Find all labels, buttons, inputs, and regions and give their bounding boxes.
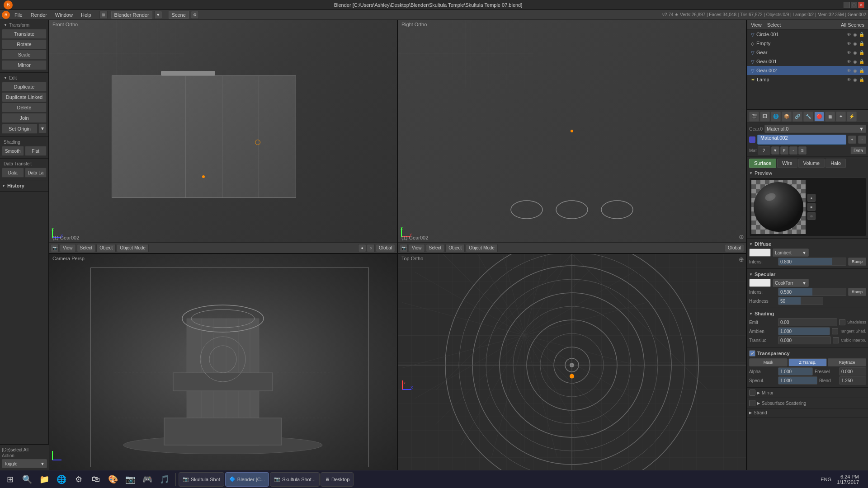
lamp-eye[interactable]: 👁 [847, 77, 851, 82]
app8-btn[interactable]: 🎵 [156, 471, 173, 488]
smooth-button[interactable]: Smooth [2, 146, 24, 156]
join-button[interactable]: Join [2, 113, 47, 123]
viewport-front[interactable]: Front Ortho [49, 20, 398, 253]
raytrace-btn[interactable]: Raytrace [828, 358, 866, 366]
halo-tab[interactable]: Halo [826, 159, 846, 168]
gear002-render[interactable]: ◉ [853, 68, 857, 73]
circle001-eye[interactable]: 👁 [847, 32, 851, 37]
mat-gear-dropdown[interactable]: Material.0 ▼ [764, 125, 866, 133]
menu-render[interactable]: Render [27, 11, 51, 19]
outliner-gear002[interactable]: ▽ Gear.002 👁 ◉ 🔒 [747, 66, 868, 75]
mat-browse-btn[interactable]: ▼ [771, 146, 779, 155]
front-solid-icon[interactable]: ● [358, 244, 366, 252]
right-view-btn[interactable]: View [409, 244, 425, 252]
search-button[interactable]: 🔍 [19, 471, 35, 488]
ambient-field[interactable]: 1.000 [778, 327, 830, 335]
diffuse-method-dropdown[interactable]: Lambert ▼ [773, 249, 809, 257]
maximize-button[interactable]: □ [851, 2, 857, 8]
gear-render[interactable]: ◉ [853, 50, 857, 55]
front-view-btn[interactable]: View [60, 244, 76, 252]
gear001-render[interactable]: ◉ [853, 59, 857, 64]
outliner-gear001[interactable]: ▽ Gear.001 👁 ◉ 🔒 [747, 57, 868, 66]
front-global-btn[interactable]: Global [376, 244, 395, 252]
viewport-top[interactable]: Top Ortho [398, 254, 747, 487]
transluc-field[interactable]: 0.000 [778, 336, 831, 344]
front-select-btn[interactable]: Select [77, 244, 96, 252]
settings-btn[interactable]: ⚙ [71, 471, 87, 488]
chrome-btn[interactable]: 🌐 [53, 471, 70, 488]
duplicate-linked-button[interactable]: Duplicate Linked [2, 92, 47, 102]
diffuse-ramp-btn[interactable]: Ramp [848, 258, 866, 266]
top-resize-icon[interactable]: ⊕ [739, 256, 744, 263]
front-cam-icon[interactable]: 📷 [51, 244, 59, 252]
texture-props-btn[interactable]: ▦ [825, 112, 835, 122]
empty-eye[interactable]: 👁 [847, 41, 851, 46]
mat-s-btn[interactable]: S [798, 146, 807, 155]
diffuse-color-swatch[interactable] [749, 249, 771, 257]
subsurface-checkbox[interactable] [749, 400, 755, 406]
mirror-button[interactable]: Mirror [2, 60, 47, 70]
transparency-enabled[interactable]: ✓ [749, 350, 755, 357]
world-props-btn[interactable]: 🌐 [771, 112, 781, 122]
diffuse-intensity-field[interactable]: 0.800 [778, 258, 846, 266]
physics-btn[interactable]: ⚡ [847, 112, 857, 122]
circle001-render[interactable]: ◉ [853, 32, 857, 37]
cubic-checkbox[interactable] [833, 337, 839, 343]
blender-btn[interactable]: 🔷 Blender [C... [225, 472, 269, 487]
blend-field[interactable]: 1.250 [839, 376, 866, 385]
scale-button[interactable]: Scale [2, 50, 47, 60]
specular-intensity-field[interactable]: 0.500 [778, 288, 846, 296]
mat-minus-btn[interactable]: - [789, 146, 797, 155]
specular-method-dropdown[interactable]: CookTorr ▼ [773, 279, 809, 287]
skultula-shot2-btn[interactable]: 📷 Skultula Shot... [270, 472, 320, 487]
gear-eye[interactable]: 👁 [847, 50, 851, 55]
material-props-btn[interactable]: 🔴 [814, 112, 824, 122]
start-button[interactable]: ⊞ [2, 471, 18, 488]
gear001-eye[interactable]: 👁 [847, 59, 851, 64]
data-button[interactable]: Data [2, 168, 24, 178]
outliner-circle001[interactable]: ▽ Circle.001 👁 ◉ 🔒 [747, 30, 868, 39]
outliner-view[interactable]: View [751, 22, 762, 28]
surface-tab[interactable]: Surface [749, 159, 776, 168]
specular-color-swatch[interactable] [749, 279, 771, 287]
wire-tab[interactable]: Wire [777, 159, 797, 168]
mat-f-btn[interactable]: F [780, 146, 788, 155]
emit-field[interactable]: 0.00 [778, 318, 837, 326]
app6-btn[interactable]: 📷 [122, 471, 138, 488]
menu-window[interactable]: Window [52, 11, 76, 19]
lamp-render[interactable]: ◉ [853, 77, 857, 82]
mirror-checkbox[interactable] [749, 389, 755, 396]
sphere-preview-btn[interactable]: ● [807, 194, 816, 202]
gear002-lock[interactable]: 🔒 [859, 68, 864, 73]
scene-config-icon[interactable]: ⚙ [191, 11, 199, 19]
right-cam-icon[interactable]: 📷 [400, 244, 408, 252]
gear001-lock[interactable]: 🔒 [859, 59, 864, 64]
z-transp-btn[interactable]: Z Transp. [788, 358, 827, 366]
mat-remove-btn[interactable]: - [858, 136, 866, 144]
gear-lock[interactable]: 🔒 [859, 50, 864, 55]
action-dropdown[interactable]: Toggle ▼ [2, 459, 47, 468]
specular-header[interactable]: ▼ Specular [749, 271, 866, 278]
specular-ramp-btn[interactable]: Ramp [848, 288, 866, 296]
shadeless-checkbox[interactable] [839, 319, 845, 325]
file-explorer-btn[interactable]: 📁 [36, 471, 52, 488]
skultula-shot-btn[interactable]: 📷 Skultula Shot [179, 472, 224, 487]
particles-btn[interactable]: ✦ [836, 112, 846, 122]
hardness-field[interactable]: 50 [778, 297, 823, 305]
mask-btn[interactable]: Mask [749, 358, 788, 366]
mat-add-btn[interactable]: + [848, 136, 856, 144]
desktop-btn[interactable]: 🖥 Desktop [321, 472, 354, 487]
set-origin-button[interactable]: Set Origin [2, 124, 38, 134]
outliner-lamp[interactable]: ☀ Lamp 👁 ◉ 🔒 [747, 75, 868, 84]
tangent-checkbox[interactable] [832, 328, 838, 334]
outliner-empty[interactable]: ◇ Empty 👁 ◉ 🔒 [747, 39, 868, 48]
transparency-header[interactable]: ✓ Transparency [749, 349, 866, 357]
set-origin-arrow[interactable]: ▼ [38, 123, 47, 133]
outliner-select[interactable]: Select [767, 22, 781, 28]
scene-props-btn[interactable]: 🎞 [760, 112, 770, 122]
viewport-right[interactable]: Right Ortho Y [398, 20, 747, 253]
engine-config-icon[interactable]: ▼ [154, 11, 162, 19]
app5-btn[interactable]: 🎨 [105, 471, 121, 488]
right-select-btn[interactable]: Select [426, 244, 445, 252]
minimize-button[interactable]: _ [844, 2, 850, 8]
